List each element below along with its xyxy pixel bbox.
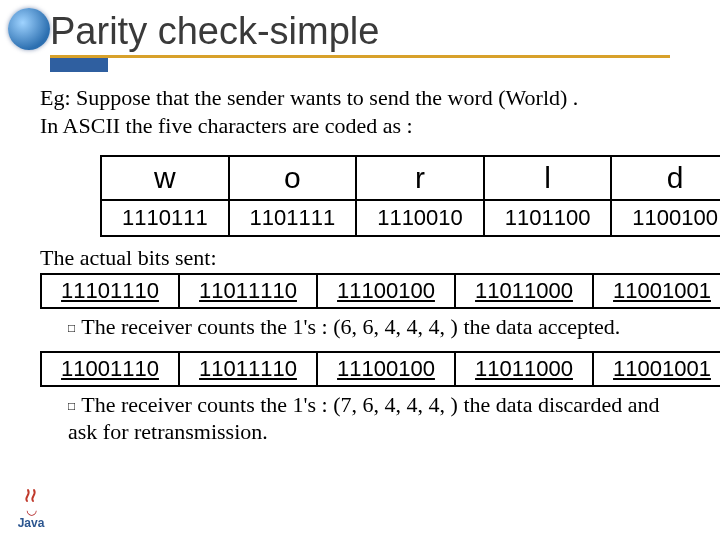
slide-title: Parity check-simple [50, 10, 670, 58]
letter-cell: d [611, 156, 720, 200]
code-cell: 1101111 [229, 200, 357, 236]
receiver-accept-text: The receiver counts the 1's : (6, 6, 4, … [68, 313, 688, 341]
table-row: 11101110 11011110 11100100 11011000 1100… [41, 274, 720, 308]
steam-icon [21, 485, 41, 503]
code-cell: 1101100 [484, 200, 612, 236]
bits-cell: 11001001 [593, 274, 720, 308]
bits-cell: 11011000 [455, 352, 593, 386]
intro-line-1: Eg: Suppose that the sender wants to sen… [40, 85, 578, 110]
cup-icon: ◡ [10, 503, 52, 516]
letter-cell: w [101, 156, 229, 200]
table-row: 11001110 11011110 11100100 11011000 1100… [41, 352, 720, 386]
received-bits-table: 11001110 11011110 11100100 11011000 1100… [40, 351, 720, 387]
code-cell: 1110111 [101, 200, 229, 236]
letter-cell: o [229, 156, 357, 200]
slide-header: Parity check-simple [0, 0, 720, 72]
accent-bar [50, 58, 108, 72]
bits-cell: 11011110 [179, 274, 317, 308]
java-text: Java [10, 516, 52, 530]
bits-cell: 11011110 [179, 352, 317, 386]
receiver-discard-text: The receiver counts the 1's : (7, 6, 4, … [68, 391, 688, 446]
intro-text: Eg: Suppose that the sender wants to sen… [40, 84, 688, 139]
table-row: w o r l d [101, 156, 720, 200]
bits-cell: 11001110 [41, 352, 179, 386]
bits-cell: 11100100 [317, 274, 455, 308]
java-logo-icon: ◡ Java [10, 485, 52, 530]
intro-line-2: In ASCII the five characters are coded a… [40, 113, 413, 138]
bits-cell: 11100100 [317, 352, 455, 386]
table-row: 1110111 1101111 1110010 1101100 1100100 [101, 200, 720, 236]
word-ascii-table: w o r l d 1110111 1101111 1110010 110110… [100, 155, 720, 237]
bits-cell: 11001001 [593, 352, 720, 386]
code-cell: 1100100 [611, 200, 720, 236]
bits-cell: 11101110 [41, 274, 179, 308]
slide-body: Eg: Suppose that the sender wants to sen… [0, 72, 720, 446]
actual-bits-label: The actual bits sent: [40, 245, 688, 271]
code-cell: 1110010 [356, 200, 484, 236]
bits-cell: 11011000 [455, 274, 593, 308]
letter-cell: r [356, 156, 484, 200]
sent-bits-table: 11101110 11011110 11100100 11011000 1100… [40, 273, 720, 309]
letter-cell: l [484, 156, 612, 200]
globe-icon [8, 8, 50, 50]
